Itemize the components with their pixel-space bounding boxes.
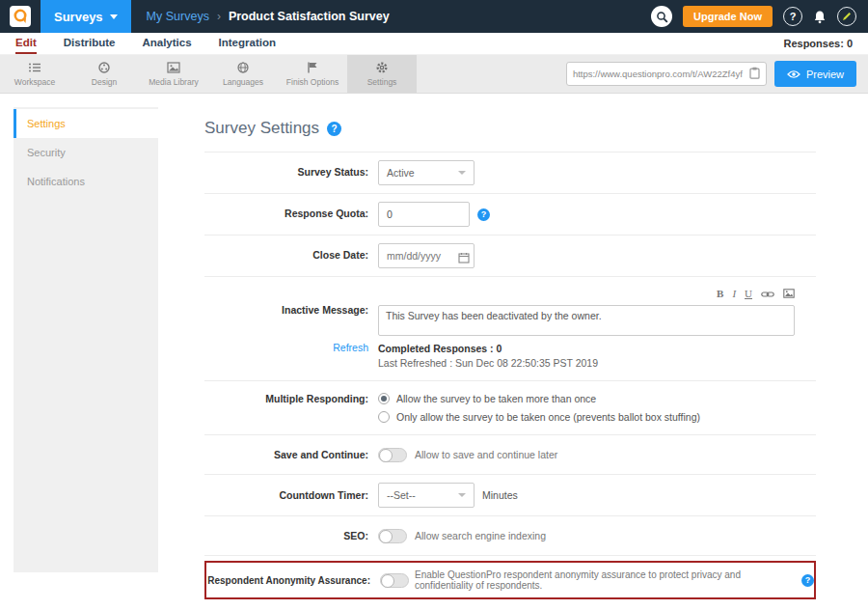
settings-gear-icon: [375, 61, 389, 74]
languages-globe-icon: [236, 61, 250, 74]
countdown-timer-select[interactable]: --Set--: [378, 483, 475, 508]
respondent-anonymity-row-highlighted: Respondent Anonymity Assurance: Enable Q…: [204, 561, 816, 599]
message-editor-toolbar: B I U: [378, 285, 795, 302]
breadcrumb-separator: ›: [217, 10, 221, 23]
surveys-menu-button[interactable]: Surveys: [41, 0, 131, 33]
save-and-continue-row: Save and Continue: Allow to save and con…: [204, 435, 816, 475]
toolbar-item-finish-options[interactable]: Finish Options: [278, 55, 347, 93]
close-date-row: Close Date:: [204, 236, 816, 277]
survey-url-input[interactable]: [573, 69, 745, 79]
chevron-down-icon: [458, 493, 466, 497]
bold-icon[interactable]: B: [717, 288, 723, 299]
toolbar-item-languages[interactable]: Languages: [208, 55, 278, 93]
edit-pencil-icon[interactable]: [837, 7, 856, 26]
page-title: Survey Settings: [204, 119, 319, 138]
edit-toolbar: Workspace Design Media Library Languages…: [0, 55, 868, 94]
media-library-icon: [167, 61, 180, 74]
radio-allow-multiple[interactable]: Allow the survey to be taken more than o…: [378, 393, 700, 404]
questionpro-logo[interactable]: [10, 6, 31, 27]
sidebar-item-notifications[interactable]: Notifications: [14, 167, 158, 196]
close-date-label: Close Date:: [204, 249, 378, 263]
insert-image-icon[interactable]: [783, 285, 795, 302]
section-tab-bar: Edit Distribute Analytics Integration Re…: [0, 33, 868, 55]
response-quota-label: Response Quota:: [204, 208, 378, 221]
pencil-glyph: [842, 12, 852, 21]
save-and-continue-description: Allow to save and continue later: [415, 449, 557, 460]
sidebar-item-security[interactable]: Security: [14, 138, 158, 167]
response-quota-input[interactable]: [378, 202, 470, 227]
toolbar-label: Settings: [367, 77, 397, 87]
seo-toggle[interactable]: [378, 529, 407, 543]
calendar-icon[interactable]: [458, 250, 470, 267]
design-icon: [97, 61, 111, 74]
preview-button[interactable]: Preview: [774, 61, 856, 87]
tab-edit[interactable]: Edit: [15, 33, 37, 54]
response-quota-help-icon[interactable]: ?: [477, 208, 490, 221]
multiple-responding-label: Multiple Responding:: [204, 393, 378, 406]
toolbar-right: Preview: [566, 55, 868, 93]
search-icon[interactable]: [651, 6, 672, 27]
last-refreshed-text: Last Refreshed : Sun Dec 08 22:50:35 PST…: [378, 356, 598, 371]
toolbar-item-workspace[interactable]: Workspace: [0, 55, 69, 93]
top-bar: Surveys My Surveys › Product Satisfactio…: [0, 0, 868, 33]
seo-label: SEO:: [204, 530, 378, 543]
save-and-continue-label: Save and Continue:: [204, 449, 378, 462]
breadcrumb-current-survey: Product Satisfaction Survey: [229, 10, 390, 23]
toolbar-label: Workspace: [14, 77, 55, 87]
survey-status-row: Survey Status: Active: [204, 152, 816, 194]
topbar-actions: Upgrade Now ?: [651, 6, 856, 27]
toolbar-label: Media Library: [149, 77, 199, 87]
sidebar-item-settings[interactable]: Settings: [14, 109, 158, 138]
respondent-anonymity-help-icon[interactable]: ?: [801, 574, 814, 587]
finish-options-flag-icon: [306, 61, 319, 74]
responses-count: Responses: 0: [783, 33, 853, 54]
chevron-down-icon: [458, 171, 466, 175]
radio-label: Only allow the survey to be taken once (…: [396, 411, 700, 423]
tabs: Edit Distribute Analytics Integration: [15, 33, 276, 54]
tab-distribute[interactable]: Distribute: [64, 33, 116, 54]
survey-status-label: Survey Status:: [204, 166, 378, 180]
inactive-message-row: Inactive Message: B I U This Surve: [204, 277, 816, 336]
radio-allow-once[interactable]: Only allow the survey to be taken once (…: [378, 411, 700, 423]
preview-label: Preview: [806, 69, 844, 80]
refresh-row: Refresh Completed Responses : 0 Last Ref…: [204, 336, 816, 381]
refresh-link[interactable]: Refresh: [204, 342, 378, 353]
inactive-message-textarea[interactable]: This Survey has been deactivated by the …: [378, 305, 795, 336]
breadcrumb-my-surveys[interactable]: My Surveys: [147, 10, 209, 23]
settings-sidebar: Settings Security Notifications: [14, 107, 158, 572]
toolbar-item-media-library[interactable]: Media Library: [139, 55, 208, 93]
copy-clipboard-icon[interactable]: [749, 66, 760, 83]
content-area: Settings Security Notifications Survey S…: [0, 94, 868, 610]
magnifier-glyph: [656, 11, 668, 23]
bell-glyph: [813, 10, 827, 24]
upgrade-button[interactable]: Upgrade Now: [683, 6, 773, 27]
toolbar-item-settings[interactable]: Settings: [347, 55, 417, 93]
multiple-responding-row: Multiple Responding: Allow the survey to…: [204, 381, 816, 435]
save-and-continue-toggle[interactable]: [378, 448, 407, 462]
respondent-anonymity-toggle[interactable]: [380, 573, 409, 588]
radio-button-unchecked[interactable]: [378, 411, 390, 423]
eye-icon: [787, 69, 800, 79]
tab-integration[interactable]: Integration: [219, 33, 276, 54]
logo-mark: [13, 9, 28, 24]
help-icon[interactable]: ?: [783, 7, 802, 26]
page-title-row: Survey Settings ?: [204, 107, 816, 152]
breadcrumb: My Surveys › Product Satisfaction Survey: [147, 10, 390, 23]
survey-status-value: Active: [387, 167, 415, 179]
survey-url-box: [566, 62, 767, 86]
toolbar-item-design[interactable]: Design: [69, 55, 139, 93]
survey-status-select[interactable]: Active: [378, 160, 475, 185]
countdown-timer-row: Countdown Timer: --Set-- Minutes: [204, 475, 816, 516]
title-help-icon[interactable]: ?: [327, 122, 341, 136]
radio-button-checked[interactable]: [378, 393, 390, 404]
toolbar-label: Languages: [223, 77, 263, 87]
link-icon[interactable]: [761, 285, 774, 302]
tab-analytics[interactable]: Analytics: [142, 33, 191, 54]
underline-icon[interactable]: U: [745, 288, 752, 299]
italic-icon[interactable]: I: [732, 288, 736, 299]
chevron-down-icon: [110, 14, 118, 19]
respondent-anonymity-description: Enable QuestionPro respondent anonymity …: [415, 569, 796, 591]
completed-responses-text: Completed Responses : 0: [378, 342, 598, 356]
seo-description: Allow search engine indexing: [415, 530, 546, 541]
notifications-bell-icon[interactable]: [813, 10, 827, 24]
